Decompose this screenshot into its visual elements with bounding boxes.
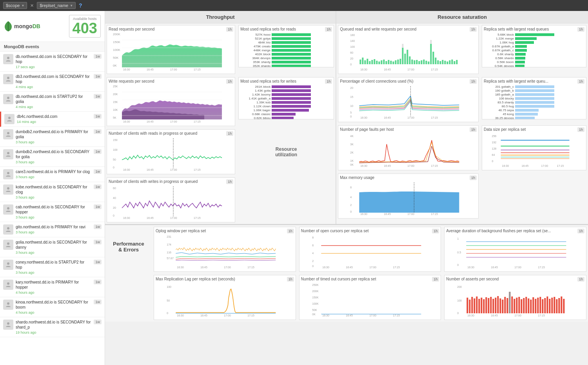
bar-fill bbox=[272, 37, 311, 40]
event-badge: 1w bbox=[94, 94, 102, 99]
bar-label: 352K shardo bbox=[240, 64, 272, 67]
events-list: db.northwest.dd.com is SECONDARY for hop… bbox=[0, 52, 105, 337]
bar-row: 39.25 devops bbox=[484, 116, 584, 119]
bar-fill bbox=[515, 49, 527, 52]
svg-point-6 bbox=[7, 152, 9, 154]
event-avatar bbox=[3, 169, 13, 179]
clients-writes-panel: Number of clients with writes in progres… bbox=[105, 176, 237, 224]
event-avatar bbox=[3, 149, 13, 159]
asserts-panel: Number of asserts per second 1h 200 100 … bbox=[443, 273, 588, 322]
bar-row: 479K creato bbox=[240, 45, 332, 48]
bar-row: 45 kong bbox=[484, 112, 584, 116]
bar-label: 0.67K goliath_a bbox=[484, 45, 515, 48]
event-item: dumbdb2.northwest.dd.io is SECONDARY for… bbox=[0, 147, 105, 167]
svg-text:0.5: 0.5 bbox=[457, 251, 461, 254]
svg-text:0: 0 bbox=[350, 115, 352, 118]
svg-rect-92 bbox=[421, 60, 423, 64]
separator: ✕ bbox=[30, 3, 34, 8]
svg-point-7 bbox=[7, 172, 9, 174]
bar-fill bbox=[272, 33, 311, 36]
replset-select[interactable]: $replset_name ▼ bbox=[37, 2, 76, 9]
clients-writes-title: Number of clients with writes in progres… bbox=[109, 179, 233, 184]
svg-text:0: 0 bbox=[312, 265, 314, 267]
bar-row: 261K block bbox=[240, 85, 332, 89]
svg-text:20K: 20K bbox=[113, 93, 118, 96]
svg-rect-219 bbox=[488, 298, 490, 313]
bar-row: 353K shardy bbox=[240, 60, 332, 64]
write-requests-chart: Write requests per second 1h 25K bbox=[107, 77, 235, 126]
event-time: 4 hours ago bbox=[16, 291, 91, 295]
event-badge: 1w bbox=[94, 240, 102, 244]
svg-text:17:15: 17:15 bbox=[538, 314, 545, 317]
event-content: gito.northwest.dd.io is PRIMARY for ravi… bbox=[16, 224, 91, 234]
svg-text:16:45: 16:45 bbox=[384, 164, 391, 167]
svg-rect-221 bbox=[493, 299, 494, 313]
svg-rect-74 bbox=[379, 61, 380, 64]
svg-text:17:00: 17:00 bbox=[541, 164, 548, 167]
svg-text:10K: 10K bbox=[113, 108, 118, 111]
svg-text:16:30: 16:30 bbox=[177, 266, 184, 269]
svg-text:16:30: 16:30 bbox=[123, 168, 130, 171]
bar-row: 46.75 sepa bbox=[484, 108, 584, 112]
event-badge: 1w bbox=[94, 129, 102, 134]
bar-fill bbox=[272, 101, 311, 104]
svg-text:57.87: 57.87 bbox=[167, 257, 174, 260]
bar-row: 190 goliath_b bbox=[484, 89, 584, 92]
perf-section-layout: Performance& Errors Oplog window per rep… bbox=[105, 225, 588, 322]
bar-label: 1.39K kob bbox=[240, 101, 272, 104]
bar-label: 448K merge bbox=[240, 49, 272, 52]
svg-rect-251 bbox=[563, 299, 565, 313]
most-used-reads-panel: Most used replica sets for reads 1h 527K… bbox=[237, 23, 336, 76]
svg-rect-67 bbox=[362, 58, 364, 64]
event-text: db.northwest.dd.com is STARTUP2 for goli… bbox=[16, 94, 91, 104]
svg-rect-220 bbox=[490, 297, 492, 313]
bg-flush-svg: 1 0.5 0 16:30 bbox=[446, 234, 584, 269]
svg-rect-100 bbox=[440, 61, 441, 64]
svg-text:17:15: 17:15 bbox=[431, 213, 438, 215]
pct-connections-title: Percentage of client connections used (%… bbox=[340, 79, 477, 83]
bar-row: 1.06K bager bbox=[240, 108, 332, 112]
bar-row: 0.6K shardy bbox=[484, 52, 584, 56]
svg-text:100: 100 bbox=[457, 299, 462, 302]
bar-fill bbox=[272, 85, 311, 88]
svg-rect-101 bbox=[442, 60, 444, 64]
svg-rect-88 bbox=[412, 60, 413, 64]
svg-text:16:30: 16:30 bbox=[361, 116, 368, 119]
help-icon[interactable]: ? bbox=[79, 2, 82, 9]
event-avatar bbox=[4, 114, 15, 124]
largest-read-queues-badge: 1h bbox=[577, 27, 584, 32]
timed-out-cursors-panel: Number of timed out cursors per replica … bbox=[298, 273, 443, 322]
svg-point-4 bbox=[8, 117, 11, 119]
svg-text:0: 0 bbox=[350, 210, 352, 213]
bg-flush-title: Average duration of background flushes p… bbox=[446, 229, 584, 233]
bar-row: 201 goliath_c bbox=[484, 85, 584, 89]
read-requests-title: Read requests per second bbox=[109, 27, 233, 31]
bar-row: 1.12K clown bbox=[240, 105, 332, 108]
event-item: dumbdb2.northwest.dd.io is PRIMARY for g… bbox=[0, 127, 105, 147]
event-badge: 1w bbox=[94, 320, 102, 324]
svg-rect-215 bbox=[479, 299, 480, 313]
svg-text:16:30: 16:30 bbox=[361, 68, 368, 71]
clients-reads-title: Number of clients with reads in progress… bbox=[109, 131, 233, 136]
bar-row: 0.56K boom bbox=[484, 60, 584, 64]
replset-arrow: ▼ bbox=[70, 4, 73, 7]
scope-select[interactable]: $scope ▼ bbox=[3, 2, 27, 9]
bar-label: 190 goliath_b bbox=[484, 89, 515, 92]
most-used-reads-chart: Most used replica sets for reads 1h 527K… bbox=[238, 25, 334, 67]
svg-rect-105 bbox=[452, 60, 453, 64]
svg-text:17:15: 17:15 bbox=[393, 314, 400, 317]
bar-label: 106 blocky bbox=[484, 97, 515, 100]
svg-text:150K: 150K bbox=[113, 40, 120, 44]
event-avatar bbox=[3, 224, 13, 235]
svg-rect-210 bbox=[467, 298, 468, 313]
throughput-row1: Read requests per second 1h bbox=[105, 23, 336, 76]
throughput-row3: Number of clients with reads in progress… bbox=[105, 128, 336, 176]
svg-text:200K: 200K bbox=[113, 33, 120, 36]
svg-text:16:30: 16:30 bbox=[123, 217, 130, 219]
svg-rect-73 bbox=[376, 61, 378, 64]
resource-saturation-section: Resource saturation Queued read and writ… bbox=[336, 11, 588, 224]
svg-text:50K: 50K bbox=[312, 309, 317, 311]
bar-label: 479K creato bbox=[240, 45, 272, 48]
svg-text:180: 180 bbox=[350, 34, 355, 36]
main-layout: mongoDB Available hosts 403 MongoDB even… bbox=[0, 11, 588, 365]
